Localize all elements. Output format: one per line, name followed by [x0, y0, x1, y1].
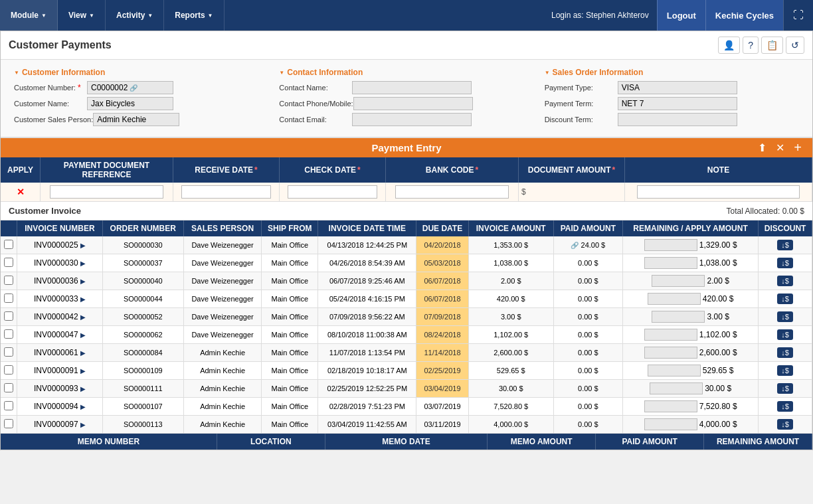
apply-checkbox[interactable]	[4, 294, 13, 303]
invoice-number: INV0000091	[34, 366, 78, 375]
nav-arrow-icon[interactable]: ▶	[80, 331, 86, 339]
remaining-apply-input[interactable]	[644, 239, 697, 251]
nav-arrow-icon[interactable]: ▶	[80, 278, 86, 285]
apply-checkbox[interactable]	[4, 311, 13, 321]
due-date-cell: 11/14/2018	[416, 344, 468, 362]
help-btn[interactable]: ?	[743, 37, 759, 54]
activity-label: Activity	[116, 11, 145, 20]
copy-btn[interactable]: 📋	[761, 37, 783, 54]
check-date-input[interactable]	[288, 185, 378, 199]
row-checkbox-cell	[1, 290, 17, 308]
nav-arrow-icon[interactable]: ▶	[80, 421, 86, 428]
apply-checkbox[interactable]	[4, 383, 13, 392]
view-menu[interactable]: View ▼	[58, 0, 106, 31]
discount-apply-btn[interactable]: ↓$	[777, 347, 793, 358]
discount-apply-btn[interactable]: ↓$	[777, 240, 793, 250]
reset-btn[interactable]: ↺	[786, 37, 804, 54]
logout-button[interactable]: Logout	[657, 0, 705, 31]
page-container: Customer Payments 👤 ? 📋 ↺ ▼ Customer Inf…	[0, 31, 813, 450]
receive-date-input[interactable]	[181, 185, 272, 199]
memo-paid-col: PAID AMOUNT	[596, 434, 704, 450]
nav-arrow-icon[interactable]: ▶	[80, 385, 86, 392]
apply-checkbox[interactable]	[4, 347, 13, 357]
due-date-cell: 02/25/2019	[416, 362, 468, 380]
discount-apply-btn[interactable]: ↓$	[777, 383, 793, 394]
remaining-apply-input[interactable]	[652, 275, 705, 287]
bank-code-cell	[386, 183, 519, 201]
nav-arrow-icon[interactable]: ▶	[80, 313, 86, 321]
activity-menu[interactable]: Activity ▼	[106, 0, 164, 31]
remaining-amount-cell: 420.00 $	[622, 290, 758, 308]
nav-arrow-icon[interactable]: ▶	[80, 403, 86, 410]
discount-apply-btn[interactable]: ↓$	[777, 294, 793, 304]
invoice-amount-cell: 4,000.00 $	[468, 416, 553, 434]
remaining-apply-input[interactable]	[644, 418, 697, 430]
remaining-apply-input[interactable]	[644, 400, 697, 412]
remaining-apply-input[interactable]	[644, 257, 697, 269]
invoice-amount-cell: 2,600.00 $	[468, 344, 553, 362]
ship-from-cell: Main Office	[262, 380, 318, 398]
note-input[interactable]	[637, 185, 800, 199]
nav-arrow-icon[interactable]: ▶	[80, 242, 86, 249]
apply-col-header: APPLY	[1, 157, 41, 183]
discount-apply-btn[interactable]: ↓$	[777, 329, 793, 340]
invoice-number: INV0000025	[34, 240, 78, 250]
module-menu[interactable]: Module ▼	[0, 0, 58, 31]
nav-arrow-icon[interactable]: ▶	[80, 295, 86, 303]
contact-phone-value	[353, 97, 473, 110]
remaining-apply-input[interactable]	[644, 329, 697, 341]
discount-apply-btn[interactable]: ↓$	[777, 365, 793, 376]
remaining-apply-input[interactable]	[648, 293, 701, 305]
reports-menu[interactable]: Reports ▼	[164, 0, 224, 31]
invoice-amount-cell: 1,353.00 $	[468, 236, 553, 254]
invoice-amount-cell: 529.65 $	[468, 362, 553, 380]
discount-apply-btn[interactable]: ↓$	[777, 401, 793, 412]
discount-apply-btn[interactable]: ↓$	[777, 419, 793, 430]
invoice-number-cell: INV0000033 ▶	[17, 290, 103, 308]
row-checkbox-cell	[1, 344, 17, 362]
delete-row-btn[interactable]: ✕	[17, 187, 25, 197]
apply-checkbox[interactable]	[4, 329, 13, 339]
invoice-number-cell: INV0000030 ▶	[17, 254, 103, 272]
discount-cell: ↓$	[759, 380, 812, 398]
discount-apply-btn[interactable]: ↓$	[777, 258, 793, 268]
remaining-apply-input[interactable]	[652, 311, 705, 323]
bank-code-input[interactable]	[395, 185, 509, 199]
ship-from-cell: Main Office	[262, 308, 318, 326]
payment-save-btn[interactable]: ⬆	[755, 139, 769, 157]
external-link-icon[interactable]: 🔗	[130, 84, 137, 92]
invoice-date-cell: 05/24/2018 4:16:15 PM	[318, 290, 416, 308]
module-label: Module	[11, 11, 39, 20]
company-button[interactable]: Kechie Cycles	[705, 0, 783, 31]
remaining-apply-input[interactable]	[644, 347, 697, 359]
invoice-table: INVOICE NUMBER ORDER NUMBER SALES PERSON…	[1, 220, 812, 434]
sales-person-cell: Dave Weizenegger	[183, 254, 262, 272]
doc-amount-cell: $	[519, 183, 625, 201]
apply-checkbox[interactable]	[4, 401, 13, 410]
order-number-cell: SO0000044	[102, 290, 183, 308]
remaining-apply-input[interactable]	[650, 382, 703, 394]
order-number-cell: SO0000030	[102, 236, 183, 254]
remaining-amount-cell: 529.65 $	[622, 362, 758, 380]
apply-checkbox[interactable]	[4, 419, 13, 428]
note-cell	[625, 183, 812, 201]
discount-apply-btn[interactable]: ↓$	[777, 276, 793, 286]
remaining-apply-input[interactable]	[648, 365, 701, 377]
nav-arrow-icon[interactable]: ▶	[80, 367, 86, 375]
invoice-amount-cell: 7,520.80 $	[468, 398, 553, 416]
user-action-btn[interactable]: 👤	[718, 37, 740, 54]
nav-arrow-icon[interactable]: ▶	[80, 349, 86, 357]
apply-checkbox[interactable]	[4, 240, 13, 249]
apply-checkbox[interactable]	[4, 258, 13, 267]
apply-checkbox[interactable]	[4, 365, 13, 375]
discount-apply-btn[interactable]: ↓$	[777, 311, 793, 322]
apply-checkbox[interactable]	[4, 276, 13, 285]
expand-button[interactable]: ⛶	[783, 0, 813, 31]
payment-doc-ref-input[interactable]	[50, 185, 164, 199]
ext-link-icon[interactable]: 🔗	[571, 242, 579, 249]
invoice-number-cell: INV0000025 ▶	[17, 236, 103, 254]
payment-cancel-btn[interactable]: ✕	[773, 139, 787, 157]
payment-add-btn[interactable]: +	[791, 139, 804, 157]
contact-name-value	[352, 81, 472, 94]
nav-arrow-icon[interactable]: ▶	[80, 260, 86, 267]
